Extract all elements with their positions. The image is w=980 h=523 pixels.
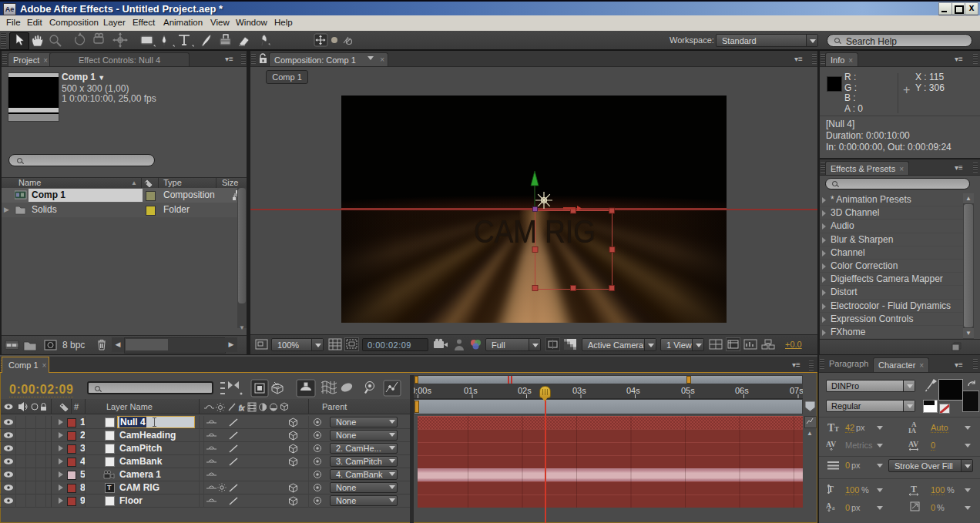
svg-text:fx: fx [239,404,245,412]
svg-text:T: T [911,484,917,495]
svg-text:AV: AV [826,440,837,448]
svg-text:AV: AV [908,440,919,448]
svg-text:a: a [832,505,835,511]
svg-text:T: T [834,425,839,433]
svg-text:IA: IA [908,427,917,434]
